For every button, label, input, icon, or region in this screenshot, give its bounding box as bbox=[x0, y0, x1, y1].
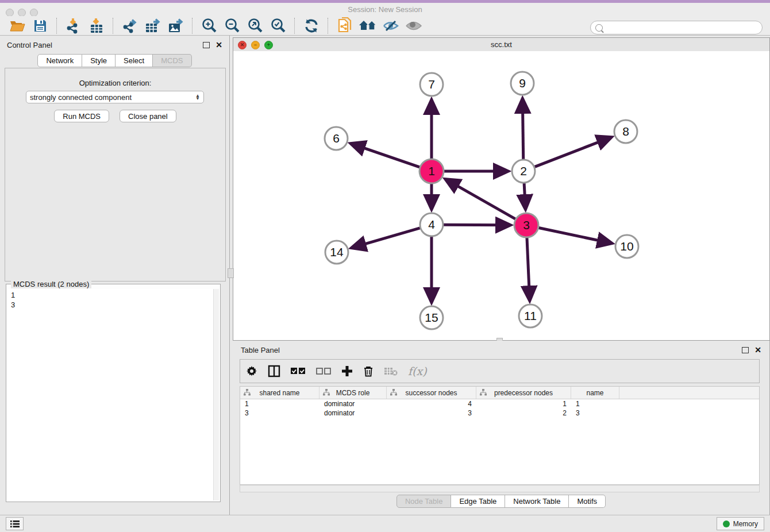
mcds-result-list[interactable]: 1 3 bbox=[7, 289, 213, 500]
table-cell: 1 bbox=[476, 399, 571, 408]
tab-edge-table[interactable]: Edge Table bbox=[451, 495, 505, 508]
graph-node-label: 2 bbox=[520, 164, 527, 178]
zoom-selected-icon[interactable] bbox=[268, 17, 288, 34]
network-minimize-icon[interactable]: − bbox=[251, 41, 260, 49]
first-neighbors-icon[interactable] bbox=[335, 17, 355, 34]
export-network-icon[interactable] bbox=[120, 17, 140, 34]
graph-node-label: 7 bbox=[428, 78, 435, 91]
graph-node-10[interactable]: 10 bbox=[615, 235, 638, 258]
control-panel: Control Panel ✕ Network Style Select MCD… bbox=[0, 36, 230, 515]
graph-node-4[interactable]: 4 bbox=[420, 213, 443, 236]
task-history-button[interactable] bbox=[6, 517, 24, 530]
save-icon[interactable] bbox=[30, 17, 50, 34]
close-panel-icon[interactable]: ✕ bbox=[215, 42, 222, 48]
zoom-fit-icon[interactable] bbox=[245, 17, 265, 34]
graph-node-9[interactable]: 9 bbox=[511, 72, 534, 95]
column-header-shared-name[interactable]: shared name bbox=[240, 387, 319, 399]
graph-edge-2-9[interactable] bbox=[522, 99, 523, 159]
tab-style[interactable]: Style bbox=[82, 54, 116, 67]
graph-node-8[interactable]: 8 bbox=[614, 120, 637, 143]
toolbar-separator bbox=[113, 18, 114, 34]
column-header-name[interactable]: name bbox=[571, 387, 619, 399]
toolbar-separator bbox=[294, 18, 295, 34]
minimize-window-icon[interactable] bbox=[18, 9, 26, 17]
table-cell: 3 bbox=[571, 408, 619, 418]
delete-table-icon[interactable] bbox=[384, 367, 398, 376]
home-network-icon[interactable] bbox=[358, 17, 378, 34]
network-window-titlebar[interactable]: ✕ − + scc.txt bbox=[233, 38, 769, 52]
column-header-mcds-role[interactable]: MCDS role bbox=[319, 387, 387, 399]
open-folder-icon[interactable] bbox=[7, 17, 27, 34]
table-row[interactable]: 3dominator323 bbox=[240, 408, 759, 418]
zoom-out-icon[interactable] bbox=[222, 17, 242, 34]
gear-icon[interactable] bbox=[246, 365, 257, 377]
export-image-icon[interactable] bbox=[166, 17, 186, 34]
search-field[interactable] bbox=[590, 21, 763, 34]
splitter-grip-vertical[interactable] bbox=[228, 268, 234, 278]
graph-edge-3-11[interactable] bbox=[527, 238, 530, 300]
network-zoom-icon[interactable]: + bbox=[264, 41, 273, 49]
import-table-icon[interactable] bbox=[87, 17, 106, 34]
graph-edge-4-3[interactable] bbox=[444, 225, 510, 225]
hide-selected-icon[interactable] bbox=[381, 17, 401, 34]
table-hscrollbar[interactable] bbox=[240, 485, 760, 492]
zoom-in-icon[interactable] bbox=[199, 17, 219, 34]
network-canvas[interactable]: 7968124314101511 bbox=[233, 51, 769, 340]
close-table-panel-icon[interactable]: ✕ bbox=[754, 347, 761, 353]
graph-edge-3-10[interactable] bbox=[539, 228, 612, 244]
graph-node-1[interactable]: 1 bbox=[419, 159, 444, 183]
column-icon[interactable] bbox=[268, 365, 280, 377]
tab-network[interactable]: Network bbox=[37, 54, 82, 67]
memory-button[interactable]: Memory bbox=[717, 517, 764, 530]
refresh-icon[interactable] bbox=[302, 17, 321, 34]
graph-node-14[interactable]: 14 bbox=[325, 241, 348, 264]
tab-mcds[interactable]: MCDS bbox=[153, 54, 191, 67]
import-network-icon[interactable] bbox=[64, 17, 83, 34]
show-all-icon[interactable] bbox=[404, 17, 424, 34]
mcds-result-line: 1 bbox=[11, 290, 210, 300]
function-icon[interactable]: f(x) bbox=[408, 365, 427, 377]
graph-edge-4-14[interactable] bbox=[352, 228, 420, 248]
table-row[interactable]: 1dominator411 bbox=[240, 399, 759, 408]
graph-node-label: 14 bbox=[330, 245, 344, 259]
column-header-successor-nodes[interactable]: successor nodes bbox=[387, 387, 476, 399]
graph-node-7[interactable]: 7 bbox=[420, 73, 443, 96]
export-table-icon[interactable] bbox=[143, 17, 163, 34]
tab-network-table[interactable]: Network Table bbox=[505, 495, 569, 508]
deselect-all-icon[interactable] bbox=[316, 368, 331, 375]
table-cell: 3 bbox=[387, 408, 476, 418]
select-all-icon[interactable] bbox=[291, 368, 306, 375]
graph-edge-2-8[interactable] bbox=[535, 137, 611, 167]
column-header-predecessor-nodes[interactable]: predecessor nodes bbox=[476, 387, 571, 399]
add-icon[interactable] bbox=[341, 365, 353, 377]
network-close-icon[interactable]: ✕ bbox=[238, 41, 247, 49]
memory-status-icon bbox=[723, 521, 730, 527]
float-table-panel-icon[interactable] bbox=[742, 347, 749, 353]
graph-node-11[interactable]: 11 bbox=[519, 304, 542, 327]
float-panel-icon[interactable] bbox=[203, 42, 210, 48]
close-window-icon[interactable] bbox=[6, 9, 14, 17]
close-panel-button[interactable]: Close panel bbox=[120, 110, 176, 122]
graph-edge-1-6[interactable] bbox=[351, 144, 420, 167]
delete-icon[interactable] bbox=[363, 365, 374, 377]
result-scrollbar[interactable] bbox=[213, 289, 219, 500]
optimization-select[interactable]: strongly connected component ▲▼ bbox=[26, 91, 204, 103]
optimization-select-value: strongly connected component bbox=[30, 93, 195, 102]
zoom-window-icon[interactable] bbox=[30, 9, 38, 17]
run-mcds-button[interactable]: Run MCDS bbox=[54, 110, 109, 122]
graph-node-label: 9 bbox=[519, 76, 526, 90]
status-bar: Memory bbox=[0, 515, 770, 532]
memory-label: Memory bbox=[733, 520, 758, 528]
graph-node-3[interactable]: 3 bbox=[514, 213, 538, 237]
tab-motifs[interactable]: Motifs bbox=[569, 495, 606, 508]
graph-node-15[interactable]: 15 bbox=[420, 306, 443, 329]
tab-node-table[interactable]: Node Table bbox=[396, 495, 452, 508]
graph-edge-2-3[interactable] bbox=[524, 183, 525, 209]
node-table[interactable]: shared name MCDS role successor nodes pr… bbox=[240, 386, 760, 485]
search-input[interactable] bbox=[606, 22, 762, 33]
tab-select[interactable]: Select bbox=[116, 54, 153, 67]
graph-node-2[interactable]: 2 bbox=[512, 160, 535, 183]
graph-edge-3-1[interactable] bbox=[445, 179, 515, 219]
toolbar-separator bbox=[192, 18, 193, 34]
graph-node-6[interactable]: 6 bbox=[325, 127, 348, 150]
